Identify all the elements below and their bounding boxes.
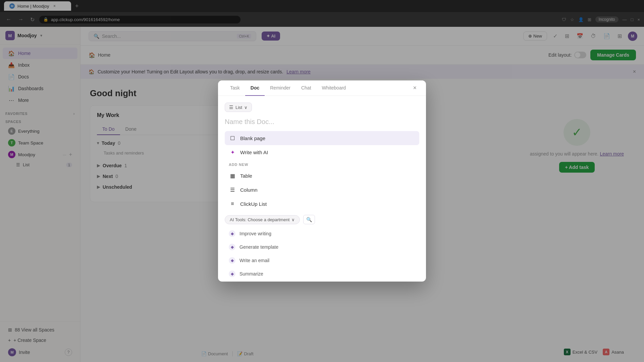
ai-dept-chevron-icon: ∨ (291, 217, 295, 222)
generate-template-icon: ◆ (229, 244, 235, 250)
list-selector[interactable]: ☰ List ∨ (225, 103, 252, 112)
ai-tools-header: AI Tools: Choose a department ∨ 🔍 (225, 215, 419, 224)
clickup-list-label: ClickUp List (240, 201, 267, 207)
modal-tab-task[interactable]: Task (225, 80, 245, 96)
clickup-list-option[interactable]: ≡ ClickUp List (225, 197, 419, 211)
write-email-tool[interactable]: ◆ Write an email (225, 254, 419, 267)
summarize-label: Summarize (239, 271, 263, 277)
write-email-icon: ◆ (229, 257, 235, 264)
modal: Task Doc Reminder Chat Whiteboard × ☰ Li… (218, 80, 426, 282)
write-with-ai-option[interactable]: ✦ Write with AI (225, 145, 419, 159)
column-label: Column (240, 187, 258, 193)
table-option[interactable]: ▦ Table (225, 169, 419, 183)
table-label: Table (240, 173, 252, 179)
column-option[interactable]: ☰ Column (225, 183, 419, 197)
list-selector-label: List (235, 105, 242, 110)
table-icon: ▦ (229, 172, 236, 179)
modal-tab-whiteboard[interactable]: Whiteboard (317, 80, 352, 96)
add-new-section-label: ADD NEW (225, 159, 419, 169)
modal-tab-chat[interactable]: Chat (296, 80, 317, 96)
clickup-list-icon: ≡ (229, 200, 236, 207)
improve-writing-tool[interactable]: ◆ Improve writing (225, 227, 419, 240)
ai-search-button[interactable]: 🔍 (303, 215, 315, 224)
write-ai-icon: ✦ (229, 148, 236, 156)
doc-name-input[interactable] (225, 117, 419, 131)
ai-dept-label: AI Tools: Choose a department (230, 217, 289, 222)
modal-tabs-bar: Task Doc Reminder Chat Whiteboard × (218, 80, 426, 96)
modal-tab-reminder[interactable]: Reminder (265, 80, 296, 96)
table-with-data-tool[interactable]: ◆ Table with data (225, 281, 419, 282)
modal-close-button[interactable]: × (410, 82, 419, 94)
generate-template-label: Generate template (239, 244, 278, 250)
blank-page-icon: ☐ (229, 134, 236, 142)
list-selector-icon: ☰ (229, 105, 233, 110)
improve-writing-icon: ◆ (229, 230, 235, 237)
summarize-icon: ◆ (229, 270, 235, 277)
modal-overlay[interactable]: Task Doc Reminder Chat Whiteboard × ☰ Li… (0, 0, 644, 362)
column-icon: ☰ (229, 186, 236, 193)
summarize-tool[interactable]: ◆ Summarize (225, 267, 419, 281)
ai-dept-selector[interactable]: AI Tools: Choose a department ∨ (225, 215, 300, 224)
list-selector-chevron-icon: ∨ (244, 105, 248, 110)
blank-page-option[interactable]: ☐ Blank page (225, 131, 419, 145)
modal-tab-doc[interactable]: Doc (245, 80, 265, 96)
write-email-label: Write an email (239, 258, 269, 263)
write-with-ai-label: Write with AI (240, 149, 268, 155)
blank-page-label: Blank page (240, 135, 265, 141)
improve-writing-label: Improve writing (239, 231, 271, 236)
modal-body: ☰ List ∨ ☐ Blank page ✦ Write with AI AD… (218, 96, 426, 282)
generate-template-tool[interactable]: ◆ Generate template (225, 240, 419, 254)
